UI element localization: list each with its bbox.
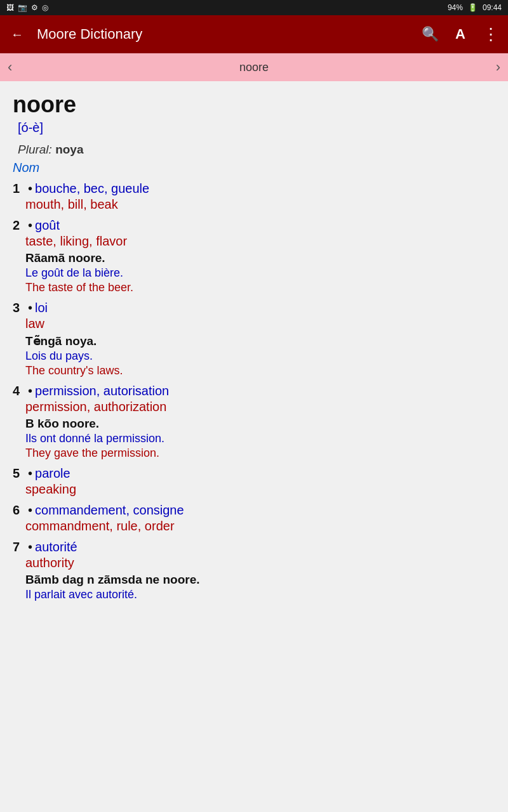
def-7-example: Bãmb dag n zãmsda ne noore. Il parlait a…: [13, 573, 495, 601]
def-3-bullet: •: [28, 301, 32, 315]
def-7-example-moore: Bãmb dag n zãmsda ne noore.: [25, 573, 495, 587]
next-entry-button[interactable]: ›: [496, 59, 500, 75]
def-6-number: 6: [13, 503, 25, 518]
battery-icon: 🔋: [468, 3, 478, 12]
definition-6: 6 • commandement, consigne commandment, …: [13, 503, 495, 534]
def-5-bullet: •: [28, 466, 32, 481]
signal-icon: ◎: [42, 3, 48, 12]
left-arrow-icon: ‹: [8, 59, 12, 75]
def-5-number: 5: [13, 466, 25, 481]
right-arrow-icon: ›: [496, 59, 500, 75]
def-7-english: authority: [13, 556, 495, 570]
plural-label: Plural:: [18, 143, 52, 156]
definition-3: 3 • loi law Tẽngã noya. Lois du pays. Th…: [13, 301, 495, 377]
def-4-bullet: •: [28, 384, 32, 398]
def-2-header: 2 • goût: [13, 218, 495, 233]
entry-content: noore [ó-è] Plural: noya Nom 1 • bouche,…: [0, 81, 508, 620]
battery-text: 94%: [448, 3, 463, 12]
app-title: Moore Dictionary: [37, 26, 410, 43]
def-5-header: 5 • parole: [13, 466, 495, 481]
time-display: 09:44: [483, 3, 502, 12]
back-button[interactable]: ←: [8, 25, 27, 44]
def-1-french: bouche, bec, gueule: [35, 181, 149, 196]
status-bar-right: 94% 🔋 09:44: [448, 3, 502, 12]
def-4-example-moore: B kõo noore.: [25, 417, 495, 431]
plural-line: Plural: noya: [13, 143, 495, 157]
font-size-icon: A: [455, 26, 465, 43]
def-2-example-moore: Rãamã noore.: [25, 251, 495, 265]
word-heading: noore: [13, 91, 495, 118]
definition-4: 4 • permission, autorisation permission,…: [13, 384, 495, 460]
definition-7: 7 • autorité authority Bãmb dag n zãmsda…: [13, 540, 495, 601]
def-1-english: mouth, bill, beak: [13, 197, 495, 212]
camera-icon: 📷: [18, 3, 27, 12]
more-options-button[interactable]: ⋮: [481, 25, 500, 44]
def-2-french: goût: [35, 218, 60, 233]
def-7-bullet: •: [28, 540, 32, 554]
def-4-header: 4 • permission, autorisation: [13, 384, 495, 398]
def-3-example-french: Lois du pays.: [25, 350, 495, 363]
def-7-french: autorité: [35, 540, 77, 554]
def-4-example-french: Ils ont donné la permission.: [25, 432, 495, 445]
def-3-header: 3 • loi: [13, 301, 495, 315]
search-button[interactable]: 🔍: [420, 25, 439, 44]
def-3-example-english: The country's laws.: [25, 364, 495, 377]
def-4-number: 4: [13, 384, 25, 398]
definition-2: 2 • goût taste, liking, flavor Rãamã noo…: [13, 218, 495, 294]
def-5-english: speaking: [13, 482, 495, 497]
def-1-bullet: •: [28, 181, 32, 196]
def-7-example-french: Il parlait avec autorité.: [25, 588, 495, 601]
def-7-number: 7: [13, 540, 25, 554]
def-3-english: law: [13, 317, 495, 331]
def-4-example-english: They gave the permission.: [25, 447, 495, 460]
def-6-bullet: •: [28, 503, 32, 518]
definition-1: 1 • bouche, bec, gueule mouth, bill, bea…: [13, 181, 495, 212]
def-4-example: B kõo noore. Ils ont donné la permission…: [13, 417, 495, 460]
def-2-english: taste, liking, flavor: [13, 234, 495, 249]
def-2-bullet: •: [28, 218, 32, 233]
app-bar: ← Moore Dictionary 🔍 A ⋮: [0, 15, 508, 53]
def-1-header: 1 • bouche, bec, gueule: [13, 181, 495, 196]
part-of-speech: Nom: [13, 160, 495, 175]
app-bar-actions: 🔍 A ⋮: [420, 25, 500, 44]
plural-value: noya: [55, 143, 83, 156]
more-icon: ⋮: [483, 25, 499, 44]
def-1-number: 1: [13, 181, 25, 196]
def-6-english: commandment, rule, order: [13, 519, 495, 534]
def-2-number: 2: [13, 218, 25, 233]
def-5-french: parole: [35, 466, 70, 481]
def-3-example-moore: Tẽngã noya.: [25, 334, 495, 348]
search-icon: 🔍: [422, 26, 439, 43]
def-7-header: 7 • autorité: [13, 540, 495, 554]
prev-entry-button[interactable]: ‹: [8, 59, 12, 75]
nav-entry-title: noore: [239, 61, 269, 74]
def-6-french: commandement, consigne: [35, 503, 184, 518]
def-2-example-english: The taste of the beer.: [25, 281, 495, 294]
def-6-header: 6 • commandement, consigne: [13, 503, 495, 518]
status-bar-left: 🖼 📷 ⚙ ◎: [6, 3, 48, 12]
def-2-example-french: Le goût de la bière.: [25, 266, 495, 280]
settings-icon: ⚙: [31, 3, 38, 12]
font-size-button[interactable]: A: [451, 25, 470, 44]
definition-5: 5 • parole speaking: [13, 466, 495, 497]
def-4-french: permission, autorisation: [35, 384, 169, 398]
back-arrow-icon: ←: [11, 27, 23, 42]
def-2-example: Rãamã noore. Le goût de la bière. The ta…: [13, 251, 495, 294]
def-3-example: Tẽngã noya. Lois du pays. The country's …: [13, 334, 495, 377]
phonetic: [ó-è]: [13, 121, 495, 135]
def-4-english: permission, authorization: [13, 400, 495, 414]
def-3-number: 3: [13, 301, 25, 315]
def-3-french: loi: [35, 301, 48, 315]
photo-icon: 🖼: [6, 3, 14, 12]
status-bar: 🖼 📷 ⚙ ◎ 94% 🔋 09:44: [0, 0, 508, 15]
nav-bar: ‹ noore ›: [0, 53, 508, 81]
